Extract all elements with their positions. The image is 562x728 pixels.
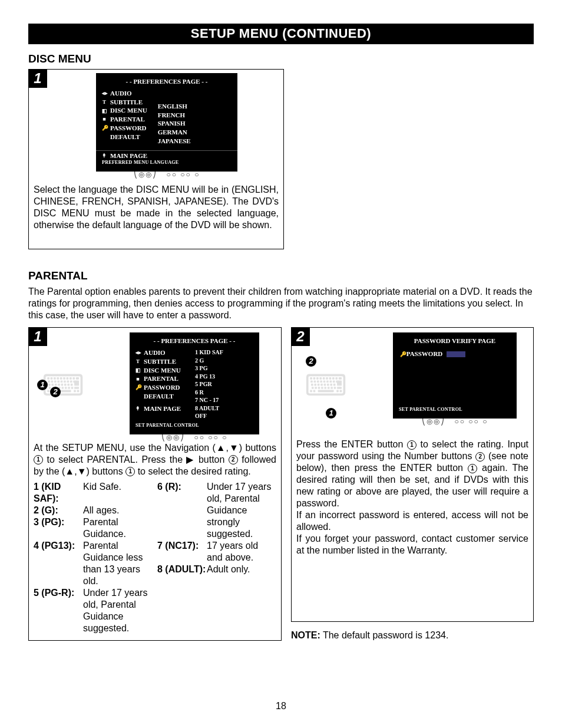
parental-step1-text: At the SETUP MENU, use the Navigation (▲… [34, 442, 276, 477]
parental-step-1: 1 ⌨ 1 2 - - PREFERENCES PAGE - - ◂▸AUDIO… [28, 327, 282, 640]
disc-menu-heading: DISC MENU [28, 52, 534, 65]
page-number: 18 [0, 701, 562, 711]
remote-illustration: ⌨ [296, 332, 355, 439]
step-number-badge: 1 [28, 69, 47, 88]
parental-step-2: 2 ⌨ 2 1 PASSWORD VERIFY PAGE 🔑 PASSWORD [291, 327, 534, 621]
tv-screen-password: PASSWORD VERIFY PAGE 🔑 PASSWORD SET PARE… [393, 332, 517, 419]
password-field-box [447, 351, 465, 357]
disc-menu-step: 1 - - PREFERENCES PAGE - - ◂▸AUDIO TSUBT… [28, 69, 284, 249]
tv-screen-disc: - - PREFERENCES PAGE - - ◂▸AUDIO TSUBTIT… [96, 73, 237, 172]
parental-step2-text3: If you forget your password, contact cus… [296, 533, 528, 556]
tv-right-col: ENGLISH FRENCH SPANISH GERMAN JAPANESE [158, 103, 191, 146]
tv-stand-icon: ⎝◎◎⎠ ○○ ○○ ○ [55, 170, 279, 179]
tv-screen-parental: - - PREFERENCES PAGE - - ◂▸AUDIO TSUBTIT… [130, 332, 259, 434]
default-password-note: NOTE: The default password is 1234. [291, 630, 534, 641]
parental-intro: The Parental option enables parents to p… [28, 286, 534, 321]
tv-stand-icon: ⎝◎◎⎠ ○○ ○○ ○ [113, 433, 276, 442]
parental-heading: PARENTAL [28, 269, 534, 282]
tv-left-col: ◂▸AUDIO TSUBTITLE ◧DISC MENU ■PARENTAL 🔑… [102, 90, 147, 146]
disc-menu-text: Select the language the DISC MENU will b… [34, 184, 279, 243]
page-banner: SETUP MENU (CONTINUED) [28, 24, 534, 44]
parental-step2-text: Press the ENTER button 1 to select the r… [296, 439, 528, 509]
ratings-table: 1 (KID SAF):Kid Safe. 2 (G):All ages. 3 … [34, 481, 276, 634]
parental-step2-text2: If an incorrect password is entered, acc… [296, 509, 528, 533]
tv-stand-icon: ⎝◎◎⎠ ○○ ○○ ○ [381, 417, 528, 426]
tv-title: - - PREFERENCES PAGE - - [96, 78, 237, 86]
